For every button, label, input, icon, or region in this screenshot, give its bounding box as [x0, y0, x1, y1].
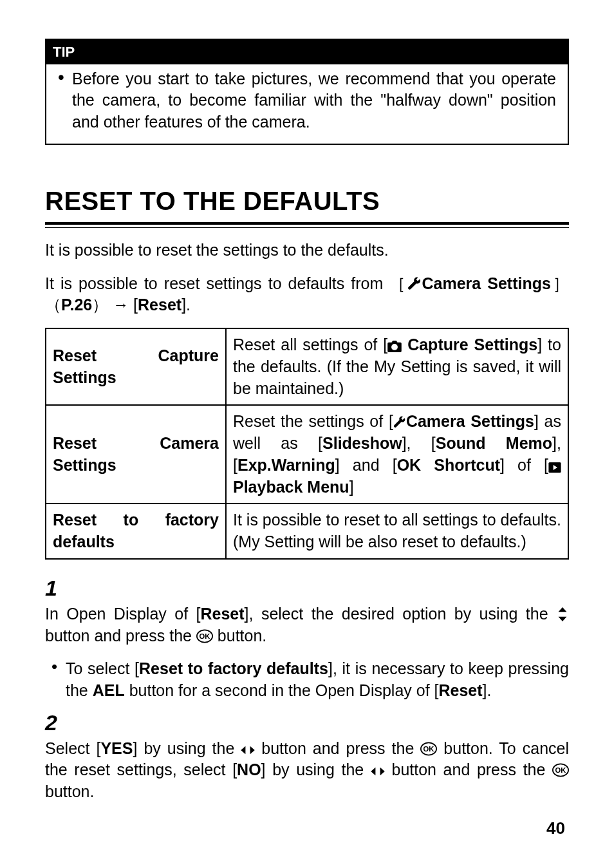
reset-table: Reset Capture Settings Reset all setting…	[45, 328, 569, 560]
table-row: Reset to factory defaults It is possible…	[46, 504, 568, 559]
ok-icon: OK	[196, 629, 213, 643]
bullet-text: To select [Reset to factory defaults], i…	[66, 658, 569, 702]
play-icon	[548, 462, 561, 473]
ok-icon: OK	[420, 742, 437, 756]
svg-text:OK: OK	[199, 632, 210, 640]
paragraph-2: It is possible to reset settings to defa…	[45, 273, 569, 317]
updown-icon	[556, 607, 569, 621]
title-thin-rule	[45, 227, 569, 228]
step-number-1: 1	[45, 574, 569, 603]
tip-body: • Before you start to take pictures, we …	[46, 64, 568, 144]
leftright-icon	[371, 766, 385, 777]
svg-text:OK: OK	[555, 767, 567, 775]
row-desc: Reset all settings of [ Capture Settings…	[226, 328, 568, 405]
wrench-icon	[393, 416, 406, 429]
camera-icon	[387, 341, 402, 352]
tip-header: TIP	[46, 40, 568, 64]
row-label: Reset to factory defaults	[46, 504, 226, 559]
row-desc: It is possible to reset to all settings …	[226, 504, 568, 559]
table-row: Reset Capture Settings Reset all setting…	[46, 328, 568, 405]
tip-box: TIP • Before you start to take pictures,…	[45, 39, 569, 145]
bullet-dot: •	[58, 68, 72, 133]
wrench-icon	[407, 277, 422, 291]
row-desc: Reset the settings of [Camera Settings] …	[226, 405, 568, 504]
row-label: Reset Capture Settings	[46, 328, 226, 405]
step-1-text: In Open Display of [Reset], select the d…	[45, 603, 569, 647]
step-2-text: Select [YES] by using the button and pre…	[45, 738, 569, 803]
ael-label: AEL	[93, 681, 125, 699]
step-number-2: 2	[45, 708, 569, 738]
leftright-icon	[241, 744, 255, 756]
row-label: Reset Camera Settings	[46, 405, 226, 504]
table-row: Reset Camera Settings Reset the settings…	[46, 405, 568, 504]
sub-bullet: • To select [Reset to factory defaults],…	[51, 658, 569, 702]
section-title: RESET TO THE DEFAULTS	[45, 184, 569, 225]
bullet-dot: •	[51, 658, 66, 702]
ok-icon: OK	[552, 763, 569, 777]
page-number: 40	[546, 817, 565, 840]
tip-text: Before you start to take pictures, we re…	[72, 68, 556, 133]
svg-text:OK: OK	[423, 745, 435, 753]
paragraph-1: It is possible to reset the settings to …	[45, 240, 569, 261]
